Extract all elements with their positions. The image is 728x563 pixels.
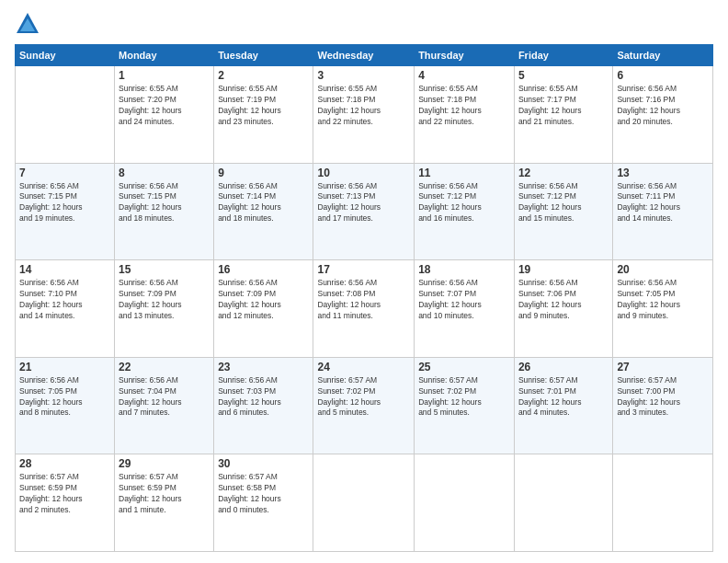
day-number: 9 [218, 167, 309, 179]
day-number: 13 [617, 167, 709, 179]
day-info: Sunrise: 6:57 AM Sunset: 7:02 PM Dayligh… [418, 375, 510, 419]
day-number: 6 [617, 69, 709, 82]
calendar-cell: 10Sunrise: 6:56 AM Sunset: 7:13 PM Dayli… [313, 163, 415, 260]
day-number: 23 [218, 361, 309, 373]
calendar-cell: 12Sunrise: 6:56 AM Sunset: 7:12 PM Dayli… [514, 163, 612, 260]
day-info: Sunrise: 6:57 AM Sunset: 6:59 PM Dayligh… [19, 472, 110, 516]
day-info: Sunrise: 6:56 AM Sunset: 7:15 PM Dayligh… [119, 181, 210, 225]
day-number: 16 [218, 263, 309, 276]
calendar-cell: 11Sunrise: 6:56 AM Sunset: 7:12 PM Dayli… [415, 163, 515, 260]
calendar-cell: 20Sunrise: 6:56 AM Sunset: 7:05 PM Dayli… [613, 260, 713, 358]
week-row-4: 21Sunrise: 6:56 AM Sunset: 7:05 PM Dayli… [16, 357, 713, 454]
calendar-cell: 16Sunrise: 6:56 AM Sunset: 7:09 PM Dayli… [214, 260, 313, 358]
day-info: Sunrise: 6:56 AM Sunset: 7:08 PM Dayligh… [317, 278, 410, 322]
logo-icon [15, 11, 40, 37]
day-info: Sunrise: 6:56 AM Sunset: 7:16 PM Dayligh… [617, 84, 709, 128]
calendar-cell: 17Sunrise: 6:56 AM Sunset: 7:08 PM Dayli… [313, 260, 415, 358]
day-number: 29 [119, 457, 210, 470]
calendar-cell: 24Sunrise: 6:57 AM Sunset: 7:02 PM Dayli… [313, 357, 415, 454]
day-number: 4 [418, 69, 510, 82]
day-number: 10 [317, 167, 410, 179]
weekday-header-tuesday: Tuesday [214, 45, 313, 66]
day-info: Sunrise: 6:56 AM Sunset: 7:12 PM Dayligh… [418, 181, 510, 225]
day-number: 14 [19, 263, 110, 276]
calendar-cell: 26Sunrise: 6:57 AM Sunset: 7:01 PM Dayli… [514, 357, 612, 454]
day-info: Sunrise: 6:56 AM Sunset: 7:14 PM Dayligh… [218, 181, 309, 225]
day-number: 5 [518, 69, 609, 82]
day-info: Sunrise: 6:56 AM Sunset: 7:09 PM Dayligh… [218, 278, 309, 322]
day-info: Sunrise: 6:55 AM Sunset: 7:18 PM Dayligh… [418, 84, 510, 128]
day-info: Sunrise: 6:57 AM Sunset: 7:01 PM Dayligh… [518, 375, 609, 419]
day-number: 25 [418, 361, 510, 373]
day-number: 19 [518, 263, 609, 276]
day-number: 26 [518, 361, 609, 373]
day-info: Sunrise: 6:57 AM Sunset: 7:02 PM Dayligh… [317, 375, 410, 419]
calendar-cell: 9Sunrise: 6:56 AM Sunset: 7:14 PM Daylig… [214, 163, 313, 260]
week-row-5: 28Sunrise: 6:57 AM Sunset: 6:59 PM Dayli… [16, 454, 713, 552]
weekday-header-wednesday: Wednesday [313, 45, 415, 66]
day-info: Sunrise: 6:56 AM Sunset: 7:05 PM Dayligh… [617, 278, 709, 322]
day-number: 2 [218, 69, 309, 82]
day-info: Sunrise: 6:55 AM Sunset: 7:20 PM Dayligh… [119, 84, 210, 128]
calendar-cell [415, 454, 515, 552]
day-info: Sunrise: 6:57 AM Sunset: 6:58 PM Dayligh… [218, 472, 309, 516]
header [15, 11, 713, 37]
weekday-header-friday: Friday [514, 45, 612, 66]
day-info: Sunrise: 6:56 AM Sunset: 7:13 PM Dayligh… [317, 181, 410, 225]
calendar-cell [514, 454, 612, 552]
week-row-1: 1Sunrise: 6:55 AM Sunset: 7:20 PM Daylig… [16, 66, 713, 164]
day-number: 30 [218, 457, 309, 470]
calendar-cell [16, 66, 115, 164]
week-row-2: 7Sunrise: 6:56 AM Sunset: 7:15 PM Daylig… [16, 163, 713, 260]
calendar-cell: 3Sunrise: 6:55 AM Sunset: 7:18 PM Daylig… [313, 66, 415, 164]
calendar-cell: 29Sunrise: 6:57 AM Sunset: 6:59 PM Dayli… [115, 454, 214, 552]
day-number: 28 [19, 457, 110, 470]
calendar-cell: 6Sunrise: 6:56 AM Sunset: 7:16 PM Daylig… [613, 66, 713, 164]
calendar-cell: 22Sunrise: 6:56 AM Sunset: 7:04 PM Dayli… [115, 357, 214, 454]
day-info: Sunrise: 6:56 AM Sunset: 7:10 PM Dayligh… [19, 278, 110, 322]
day-info: Sunrise: 6:55 AM Sunset: 7:18 PM Dayligh… [317, 84, 410, 128]
day-number: 12 [518, 167, 609, 179]
day-number: 21 [19, 361, 110, 373]
calendar-cell: 1Sunrise: 6:55 AM Sunset: 7:20 PM Daylig… [115, 66, 214, 164]
calendar-cell: 19Sunrise: 6:56 AM Sunset: 7:06 PM Dayli… [514, 260, 612, 358]
day-number: 18 [418, 263, 510, 276]
day-number: 17 [317, 263, 410, 276]
day-number: 3 [317, 69, 410, 82]
week-row-3: 14Sunrise: 6:56 AM Sunset: 7:10 PM Dayli… [16, 260, 713, 358]
calendar-table: SundayMondayTuesdayWednesdayThursdayFrid… [15, 44, 713, 552]
day-info: Sunrise: 6:56 AM Sunset: 7:11 PM Dayligh… [617, 181, 709, 225]
day-number: 24 [317, 361, 410, 373]
calendar-page: SundayMondayTuesdayWednesdayThursdayFrid… [0, 0, 728, 563]
day-info: Sunrise: 6:57 AM Sunset: 7:00 PM Dayligh… [617, 375, 709, 419]
day-number: 7 [19, 167, 110, 179]
day-info: Sunrise: 6:56 AM Sunset: 7:12 PM Dayligh… [518, 181, 609, 225]
day-info: Sunrise: 6:56 AM Sunset: 7:15 PM Dayligh… [19, 181, 110, 225]
weekday-header-saturday: Saturday [613, 45, 713, 66]
calendar-cell [613, 454, 713, 552]
day-info: Sunrise: 6:56 AM Sunset: 7:09 PM Dayligh… [119, 278, 210, 322]
calendar-cell: 18Sunrise: 6:56 AM Sunset: 7:07 PM Dayli… [415, 260, 515, 358]
day-info: Sunrise: 6:56 AM Sunset: 7:07 PM Dayligh… [418, 278, 510, 322]
day-info: Sunrise: 6:56 AM Sunset: 7:05 PM Dayligh… [19, 375, 110, 419]
calendar-cell: 27Sunrise: 6:57 AM Sunset: 7:00 PM Dayli… [613, 357, 713, 454]
day-number: 20 [617, 263, 709, 276]
weekday-header-row: SundayMondayTuesdayWednesdayThursdayFrid… [16, 45, 713, 66]
calendar-cell: 13Sunrise: 6:56 AM Sunset: 7:11 PM Dayli… [613, 163, 713, 260]
day-number: 1 [119, 69, 210, 82]
calendar-cell: 25Sunrise: 6:57 AM Sunset: 7:02 PM Dayli… [415, 357, 515, 454]
calendar-cell: 7Sunrise: 6:56 AM Sunset: 7:15 PM Daylig… [16, 163, 115, 260]
logo [15, 11, 44, 37]
calendar-cell: 15Sunrise: 6:56 AM Sunset: 7:09 PM Dayli… [115, 260, 214, 358]
day-info: Sunrise: 6:57 AM Sunset: 6:59 PM Dayligh… [119, 472, 210, 516]
day-number: 8 [119, 167, 210, 179]
calendar-cell: 28Sunrise: 6:57 AM Sunset: 6:59 PM Dayli… [16, 454, 115, 552]
day-number: 11 [418, 167, 510, 179]
day-number: 22 [119, 361, 210, 373]
calendar-cell: 4Sunrise: 6:55 AM Sunset: 7:18 PM Daylig… [415, 66, 515, 164]
calendar-cell: 30Sunrise: 6:57 AM Sunset: 6:58 PM Dayli… [214, 454, 313, 552]
day-info: Sunrise: 6:56 AM Sunset: 7:04 PM Dayligh… [119, 375, 210, 419]
day-number: 27 [617, 361, 709, 373]
weekday-header-sunday: Sunday [16, 45, 115, 66]
day-info: Sunrise: 6:55 AM Sunset: 7:17 PM Dayligh… [518, 84, 609, 128]
